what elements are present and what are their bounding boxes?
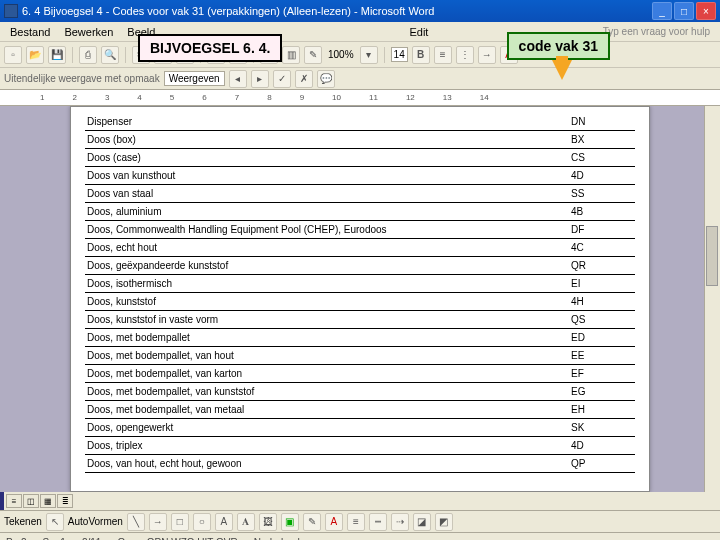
table-row[interactable]: Doos, kunststof in vaste vormQS: [85, 311, 635, 329]
table-row[interactable]: Doos, Commonwealth Handling Equipment Po…: [85, 221, 635, 239]
columns-icon[interactable]: ▥: [282, 46, 300, 64]
table-row[interactable]: Doos van staalSS: [85, 185, 635, 203]
table-row[interactable]: Doos (case)CS: [85, 149, 635, 167]
help-hint[interactable]: Typ een vraag voor hulp: [597, 24, 716, 39]
comment-icon[interactable]: 💬: [317, 70, 335, 88]
oval-icon[interactable]: ○: [193, 513, 211, 531]
ruler-tick: 10: [332, 93, 341, 102]
desc-cell: Doos, triplex: [85, 437, 569, 455]
table-row[interactable]: Doos, van hout, echt hout, gewoonQP: [85, 455, 635, 473]
next-change-icon[interactable]: ▸: [251, 70, 269, 88]
draw-menu[interactable]: Tekenen: [4, 516, 42, 527]
maximize-button[interactable]: □: [674, 2, 694, 20]
line-style-icon[interactable]: ≡: [347, 513, 365, 531]
align-left-icon[interactable]: ≡: [434, 46, 452, 64]
desc-cell: Doos, met bodempallet, van karton: [85, 365, 569, 383]
print-view-icon[interactable]: ▦: [40, 494, 56, 508]
ruler-tick: 9: [300, 93, 304, 102]
desc-cell: Doos, met bodempallet, van kunststof: [85, 383, 569, 401]
accept-icon[interactable]: ✓: [273, 70, 291, 88]
table-row[interactable]: Doos, met bodempallet, van kartonEF: [85, 365, 635, 383]
drawing-icon[interactable]: ✎: [304, 46, 322, 64]
desc-cell: Doos, opengewerkt: [85, 419, 569, 437]
page[interactable]: DispenserDNDoos (box)BXDoos (case)CSDoos…: [70, 106, 650, 492]
table-row[interactable]: Doos, met bodempalletED: [85, 329, 635, 347]
table-row[interactable]: Doos, kunststof4H: [85, 293, 635, 311]
bullets-icon[interactable]: ⋮: [456, 46, 474, 64]
view-buttons: ≡ ◫ ▦ ≣: [4, 492, 720, 510]
zoom-value[interactable]: 100%: [326, 49, 356, 60]
print-icon[interactable]: ⎙: [79, 46, 97, 64]
ruler-tick: 13: [443, 93, 452, 102]
menubar: Bestand Bewerken Beeld Edit Typ een vraa…: [0, 22, 720, 42]
desc-cell: Doos, met bodempallet: [85, 329, 569, 347]
wordart-icon[interactable]: 𝐀: [237, 513, 255, 531]
outline-view-icon[interactable]: ≣: [57, 494, 73, 508]
menu-bewerken[interactable]: Bewerken: [58, 24, 119, 40]
shadow-icon[interactable]: ◪: [413, 513, 431, 531]
line-color-icon[interactable]: ✎: [303, 513, 321, 531]
code-cell: EH: [569, 401, 635, 419]
table-row[interactable]: Doos, aluminium4B: [85, 203, 635, 221]
clipart-icon[interactable]: 🖼: [259, 513, 277, 531]
word-icon: [4, 4, 18, 18]
preview-icon[interactable]: 🔍: [101, 46, 119, 64]
arrow-down-icon: [552, 60, 572, 80]
review-toolbar: Uitendelijke weergave met opmaak Weergev…: [0, 68, 720, 90]
table-row[interactable]: Doos, met bodempallet, van kunststofEG: [85, 383, 635, 401]
vertical-scrollbar[interactable]: [704, 106, 720, 492]
ruler-tick: 11: [369, 93, 378, 102]
font-color-icon[interactable]: A: [325, 513, 343, 531]
desc-cell: Doos, kunststof in vaste vorm: [85, 311, 569, 329]
ruler-tick: 4: [137, 93, 141, 102]
code-cell: EG: [569, 383, 635, 401]
dash-style-icon[interactable]: ┅: [369, 513, 387, 531]
separator: [72, 47, 73, 63]
arrow-icon[interactable]: →: [149, 513, 167, 531]
table-row[interactable]: Doos (box)BX: [85, 131, 635, 149]
textbox-icon[interactable]: A: [215, 513, 233, 531]
table-row[interactable]: Doos, geëxpandeerde kunststofQR: [85, 257, 635, 275]
bold-icon[interactable]: B: [412, 46, 430, 64]
fontsize-select[interactable]: 14: [391, 47, 408, 62]
autoshapes-menu[interactable]: AutoVormen: [68, 516, 123, 527]
3d-icon[interactable]: ◩: [435, 513, 453, 531]
rect-icon[interactable]: □: [171, 513, 189, 531]
normal-view-icon[interactable]: ≡: [6, 494, 22, 508]
scroll-thumb[interactable]: [706, 226, 718, 286]
ruler[interactable]: 1 2 3 4 5 6 7 8 9 10 11 12 13 14: [0, 90, 720, 106]
table-row[interactable]: Doos, isothermischEI: [85, 275, 635, 293]
web-view-icon[interactable]: ◫: [23, 494, 39, 508]
show-dropdown[interactable]: Weergeven: [164, 71, 225, 86]
table-row[interactable]: Doos, triplex4D: [85, 437, 635, 455]
table-row[interactable]: Doos, opengewerktSK: [85, 419, 635, 437]
ruler-tick: 3: [105, 93, 109, 102]
desc-cell: Dispenser: [85, 113, 569, 131]
fill-color-icon[interactable]: ▣: [281, 513, 299, 531]
document-area: DispenserDNDoos (box)BXDoos (case)CSDoos…: [0, 106, 720, 492]
ruler-tick: 8: [267, 93, 271, 102]
table-row[interactable]: Doos, met bodempallet, van metaalEH: [85, 401, 635, 419]
zoom-dropdown-icon[interactable]: ▾: [360, 46, 378, 64]
table-row[interactable]: Doos, echt hout4C: [85, 239, 635, 257]
desc-cell: Doos, geëxpandeerde kunststof: [85, 257, 569, 275]
table-row[interactable]: DispenserDN: [85, 113, 635, 131]
menu-bestand[interactable]: Bestand: [4, 24, 56, 40]
table-row[interactable]: Doos, met bodempallet, van houtEE: [85, 347, 635, 365]
code-cell: QS: [569, 311, 635, 329]
arrow-style-icon[interactable]: ⇢: [391, 513, 409, 531]
indent-icon[interactable]: →: [478, 46, 496, 64]
desc-cell: Doos, aluminium: [85, 203, 569, 221]
select-icon[interactable]: ↖: [46, 513, 64, 531]
table-row[interactable]: Doos van kunsthout4D: [85, 167, 635, 185]
save-icon[interactable]: 💾: [48, 46, 66, 64]
minimize-button[interactable]: _: [652, 2, 672, 20]
menu-edit[interactable]: Edit: [403, 24, 434, 40]
line-icon[interactable]: ╲: [127, 513, 145, 531]
close-button[interactable]: ×: [696, 2, 716, 20]
prev-change-icon[interactable]: ◂: [229, 70, 247, 88]
review-label: Uitendelijke weergave met opmaak: [4, 73, 160, 84]
reject-icon[interactable]: ✗: [295, 70, 313, 88]
new-doc-icon[interactable]: ▫: [4, 46, 22, 64]
open-icon[interactable]: 📂: [26, 46, 44, 64]
